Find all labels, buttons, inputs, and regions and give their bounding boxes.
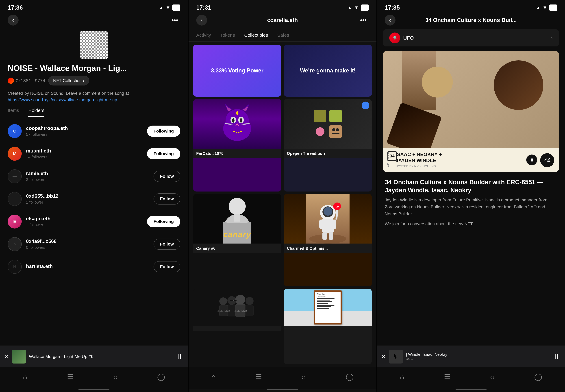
qr-container: [0, 28, 188, 63]
nav-feed-1[interactable]: ☰: [62, 371, 78, 382]
mini-player-close-1[interactable]: ✕: [5, 354, 9, 360]
team-card[interactable]: BLVKHVND BLVKHVND: [193, 289, 281, 364]
token-card[interactable]: Token Chat 3 June, 2023 v5: [284, 289, 372, 364]
artwork-shape-1: [494, 60, 543, 110]
holder-info-5: elsapo.eth 1 follower: [26, 216, 143, 227]
gonna-card[interactable]: We're gonna make it!: [284, 45, 372, 97]
battery-2: 92: [361, 4, 369, 11]
items-holders-tabs: Items Holders: [0, 108, 188, 117]
wifi-icon-3: ▼: [543, 5, 548, 11]
charmed-image: OP: [284, 194, 372, 244]
team-svg: BLVKHVND BLVKHVND: [216, 289, 259, 326]
nav-home-3[interactable]: ⌂: [395, 371, 409, 382]
nav-profile-1[interactable]: ◯: [152, 371, 170, 382]
avatar-4: —: [8, 192, 22, 206]
cat-svg: [216, 102, 259, 146]
follow-btn-4[interactable]: Follow: [153, 193, 180, 205]
collectibles-grid: 3.33% Voting Power We're gonna make it!: [189, 42, 377, 367]
token-image: Token Chat 3 June, 2023 v5: [284, 289, 372, 326]
artwork-shape-3: [422, 67, 453, 98]
svg-text:BLVKHVND: BLVKHVND: [217, 310, 230, 312]
holder-name-5: elsapo.eth: [26, 216, 143, 222]
svg-point-9: [232, 118, 234, 123]
back-button-3[interactable]: ‹: [385, 15, 396, 26]
profile-icon-2: ◯: [346, 373, 354, 381]
holder-info-3: ramie.eth 3 followers: [26, 171, 149, 182]
mini-player-1: ✕ Wallace Morgan - Light Me Up #6 ⏸: [0, 346, 188, 367]
tab-items[interactable]: Items: [8, 108, 19, 117]
holder-info-6: 0x4a9f...c568 0 followers: [26, 238, 149, 250]
svg-point-23: [316, 127, 324, 136]
team-image: BLVKHVND BLVKHVND: [193, 289, 281, 326]
follow-btn-2[interactable]: Following: [147, 148, 180, 159]
farcats-card[interactable]: FarCats #1075: [193, 99, 281, 192]
more-button-2[interactable]: •••: [358, 15, 369, 26]
canary-label: Canary #6: [193, 244, 281, 253]
tab-safes[interactable]: Safes: [276, 29, 291, 41]
svg-rect-24: [330, 126, 342, 138]
nav-home-1[interactable]: ⌂: [18, 371, 32, 382]
charmed-card[interactable]: OP ▶: [284, 194, 372, 286]
nav-search-1[interactable]: ⌕: [109, 371, 122, 382]
status-bar-1: 17:36 ▲ ▼ 90: [0, 0, 188, 12]
mini-pause-1[interactable]: ⏸: [176, 352, 183, 361]
more-button-1[interactable]: •••: [169, 15, 180, 26]
nav-search-3[interactable]: ⌕: [485, 371, 499, 382]
svg-rect-36: [319, 220, 324, 229]
back-button-1[interactable]: ‹: [8, 15, 19, 26]
profile-tabs: Activity Tokens Collectibles Safes: [189, 29, 377, 42]
wallet-row: 0x1381...9774 NFT Collection ›: [0, 76, 188, 90]
mini-pause-3[interactable]: ⏸: [553, 352, 560, 361]
canary-card[interactable]: OP ♪ canary Canary #6: [193, 194, 281, 286]
svg-rect-37: [332, 220, 336, 229]
follow-btn-1[interactable]: Following: [147, 126, 180, 137]
tab-holders[interactable]: Holders: [28, 108, 44, 117]
search-icon-1: ⌕: [113, 373, 117, 381]
profile-title: ccarella.eth: [207, 17, 358, 23]
opepen-card[interactable]: Opepen Threadition: [284, 99, 372, 192]
status-time-1: 17:36: [8, 4, 23, 11]
episode-nav-title: 34 Onchain Culture x Nouns Buil...: [396, 17, 546, 23]
avatar-1: C: [8, 124, 22, 138]
holder-row-4: — 0xd655...bb12 1 follower Follow: [0, 188, 188, 210]
home-bar-3: [377, 389, 565, 392]
profile-icon-3: ◯: [534, 373, 542, 381]
follow-btn-5[interactable]: Following: [147, 216, 180, 227]
song-link[interactable]: https://www.sound.xyz/noise/wallace-morg…: [8, 97, 117, 102]
mini-track-1: Wallace Morgan - Light Me Up #6: [29, 354, 173, 359]
tab-tokens[interactable]: Tokens: [219, 29, 236, 41]
voting-power-card[interactable]: 3.33% Voting Power: [193, 45, 281, 97]
canary-image: canary: [193, 194, 281, 244]
svg-point-16: [233, 131, 235, 132]
back-button-2[interactable]: ‹: [196, 15, 207, 26]
status-bar-3: 17:35 ▲ ▼ 90: [377, 0, 565, 12]
podcast-chevron-icon: ›: [551, 35, 553, 41]
nav-profile-2[interactable]: ◯: [341, 371, 358, 382]
holder-followers-5: 1 follower: [26, 223, 143, 227]
episode-play-button[interactable]: ⏸: [526, 154, 537, 165]
mini-player-close-3[interactable]: ✕: [382, 354, 386, 360]
nft-collection-badge[interactable]: NFT Collection ›: [48, 76, 89, 85]
follow-btn-7[interactable]: Follow: [153, 261, 180, 272]
podcast-header[interactable]: 🛸 UFO ›: [383, 29, 559, 46]
holder-row-1: C coopahtroopa.eth 57 followers Followin…: [0, 120, 188, 142]
voting-text: 3.33% Voting Power: [211, 67, 263, 74]
top-nav-2: ‹ ccarella.eth •••: [189, 12, 377, 28]
nav-feed-3[interactable]: ☰: [439, 371, 455, 382]
svg-rect-31: [234, 214, 240, 222]
follow-btn-6[interactable]: Follow: [153, 238, 180, 250]
bottom-nav-2: ⌂ ☰ ⌕ ◯: [189, 367, 377, 389]
holder-row-2: M musnit.eth 14 followers Following: [0, 142, 188, 165]
nav-search-2[interactable]: ⌕: [297, 371, 311, 382]
follow-btn-3[interactable]: Follow: [153, 171, 180, 182]
svg-rect-57: [234, 300, 236, 301]
nav-home-2[interactable]: ⌂: [207, 371, 220, 382]
svg-rect-20: [314, 110, 326, 122]
avatar-5: E: [8, 215, 22, 228]
nav-feed-2[interactable]: ☰: [251, 371, 267, 382]
tab-collectibles[interactable]: Collectibles: [243, 29, 270, 41]
signal-icon-2: ▲: [347, 5, 352, 11]
nav-profile-3[interactable]: ◯: [530, 371, 547, 382]
tab-activity[interactable]: Activity: [195, 29, 213, 41]
status-icons-3: ▲ ▼ 90: [536, 4, 557, 11]
